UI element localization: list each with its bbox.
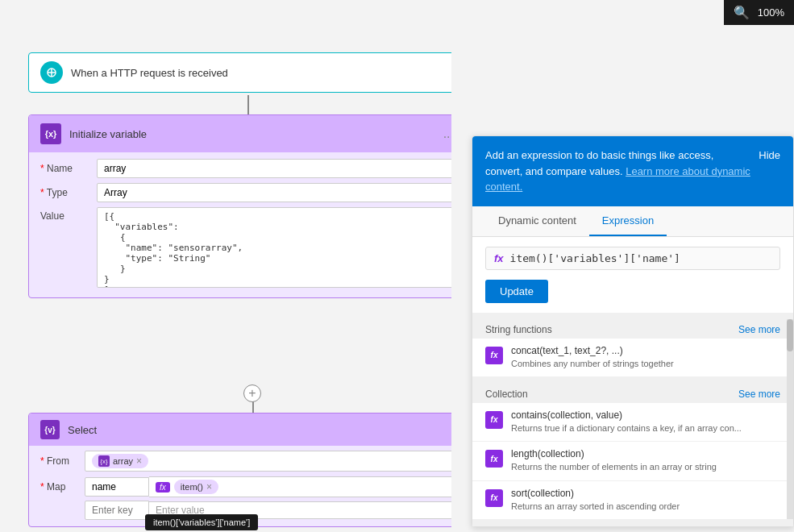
expression-input-row[interactable]: fx item()['variables']['name'] bbox=[485, 247, 780, 270]
select-title: Select bbox=[68, 424, 451, 436]
func-item-length[interactable]: fx length(collection) Returns the number… bbox=[472, 442, 793, 480]
contains-desc: Returns true if a dictionary contains a … bbox=[511, 422, 780, 434]
panel-tabs: Dynamic content Expression bbox=[472, 206, 793, 237]
scrollbar-track bbox=[787, 319, 793, 520]
tooltip-text: item()['variables']['name'] bbox=[153, 517, 250, 527]
value-row: Value [{ "variables": { "name": "sensora… bbox=[40, 207, 451, 288]
zoom-level: 100% bbox=[758, 6, 784, 19]
init-variable-icon: {x} bbox=[40, 123, 61, 144]
sort-info: sort(collection) Returns an array sorted… bbox=[511, 488, 780, 513]
length-fx-icon: fx bbox=[485, 450, 503, 468]
type-label: Type bbox=[40, 187, 97, 198]
contains-fx-icon: fx bbox=[485, 411, 503, 429]
map-label: Map bbox=[40, 481, 85, 493]
init-variable-title: Initialize variable bbox=[69, 128, 435, 140]
init-variable-menu[interactable]: ... bbox=[443, 127, 451, 141]
value-textarea[interactable]: [{ "variables": { "name": "sensorarray",… bbox=[97, 207, 451, 288]
string-see-more[interactable]: See more bbox=[738, 324, 780, 335]
func-item-concat[interactable]: fx concat(text_1, text_2?, ...) Combines… bbox=[472, 339, 793, 376]
fx-label: fx bbox=[160, 483, 166, 492]
value-label: Value bbox=[40, 207, 97, 222]
name-input[interactable] bbox=[97, 159, 451, 178]
init-variable-body: Name Type Value [{ "variables": { "name"… bbox=[29, 152, 451, 297]
tab-dynamic-content[interactable]: Dynamic content bbox=[485, 206, 589, 236]
map-fx-badge: fx bbox=[156, 482, 170, 493]
collection-see-more[interactable]: See more bbox=[738, 389, 780, 400]
expression-tooltip: item()['variables']['name'] bbox=[145, 514, 258, 530]
expression-input-area: fx item()['variables']['name'] bbox=[472, 237, 793, 280]
length-desc: Returns the number of elements in an arr… bbox=[511, 461, 780, 473]
scrollbar-thumb[interactable] bbox=[787, 319, 793, 351]
length-info: length(collection) Returns the number of… bbox=[511, 448, 780, 473]
concat-desc: Combines any number of strings together bbox=[511, 358, 780, 370]
expression-panel: Add an expression to do basic things lik… bbox=[472, 135, 794, 527]
http-icon bbox=[40, 61, 63, 84]
init-variable-block: {x} Initialize variable ... Name Type Va… bbox=[28, 114, 451, 298]
string-functions-header: String functions See more bbox=[472, 319, 793, 339]
collection-header: Collection See more bbox=[472, 384, 793, 403]
zoom-bar: 🔍 100% bbox=[724, 0, 794, 25]
info-header: Add an expression to do basic things lik… bbox=[472, 136, 793, 206]
length-name: length(collection) bbox=[511, 448, 780, 459]
from-label: From bbox=[40, 455, 85, 467]
flow-canvas: When a HTTP request is received ... {x} … bbox=[0, 0, 451, 532]
item-chip-close[interactable]: × bbox=[206, 481, 212, 493]
from-input[interactable]: {x} array × bbox=[85, 451, 451, 472]
array-chip-icon: {x} bbox=[98, 455, 110, 467]
http-trigger-block[interactable]: When a HTTP request is received ... bbox=[28, 52, 451, 93]
map-row: Map fx item() × bbox=[40, 476, 451, 497]
map-key-input[interactable] bbox=[85, 477, 149, 497]
sort-desc: Returns an array sorted in ascending ord… bbox=[511, 501, 780, 513]
item-chip[interactable]: item() × bbox=[174, 480, 218, 494]
contains-info: contains(collection, value) Returns true… bbox=[511, 409, 780, 434]
item-chip-label: item() bbox=[181, 482, 203, 492]
info-text: Add an expression to do basic things lik… bbox=[485, 148, 750, 195]
string-functions-title: String functions bbox=[485, 324, 552, 335]
sort-name: sort(collection) bbox=[511, 488, 780, 499]
array-chip[interactable]: {x} array × bbox=[92, 454, 148, 468]
http-trigger-label: When a HTTP request is received bbox=[71, 67, 451, 79]
type-row: Type bbox=[40, 183, 451, 202]
func-item-contains[interactable]: fx contains(collection, value) Returns t… bbox=[472, 403, 793, 441]
concat-name: concat(text_1, text_2?, ...) bbox=[511, 345, 780, 356]
name-row: Name bbox=[40, 159, 451, 178]
select-icon: {v} bbox=[40, 420, 60, 439]
hide-button[interactable]: Hide bbox=[759, 148, 780, 164]
enter-key-input[interactable] bbox=[85, 501, 149, 520]
contains-name: contains(collection, value) bbox=[511, 409, 780, 421]
select-header[interactable]: {v} Select bbox=[29, 414, 451, 446]
zoom-icon: 🔍 bbox=[734, 5, 750, 20]
concat-fx-icon: fx bbox=[485, 347, 503, 364]
fx-icon: fx bbox=[494, 252, 504, 264]
section-spacer bbox=[472, 377, 793, 384]
update-button[interactable]: Update bbox=[485, 280, 548, 303]
map-val-input[interactable]: fx item() × bbox=[149, 476, 451, 497]
expression-text: item()['variables']['name'] bbox=[510, 252, 771, 264]
array-chip-label: array bbox=[113, 456, 133, 466]
type-input[interactable] bbox=[97, 183, 451, 202]
init-variable-header[interactable]: {x} Initialize variable ... bbox=[29, 115, 451, 152]
from-row: From {x} array × bbox=[40, 451, 451, 472]
select-block: {v} Select From {x} array × Map bbox=[28, 413, 451, 527]
concat-info: concat(text_1, text_2?, ...) Combines an… bbox=[511, 345, 780, 370]
tab-expression[interactable]: Expression bbox=[589, 206, 667, 236]
add-step-button[interactable]: + bbox=[243, 384, 261, 402]
func-item-sort[interactable]: fx sort(collection) Returns an array sor… bbox=[472, 481, 793, 519]
function-list: String functions See more fx concat(text… bbox=[472, 313, 793, 527]
chip-close-btn[interactable]: × bbox=[136, 455, 142, 467]
name-label: Name bbox=[40, 163, 97, 174]
collection-title: Collection bbox=[485, 389, 528, 400]
sort-fx-icon: fx bbox=[485, 489, 503, 507]
